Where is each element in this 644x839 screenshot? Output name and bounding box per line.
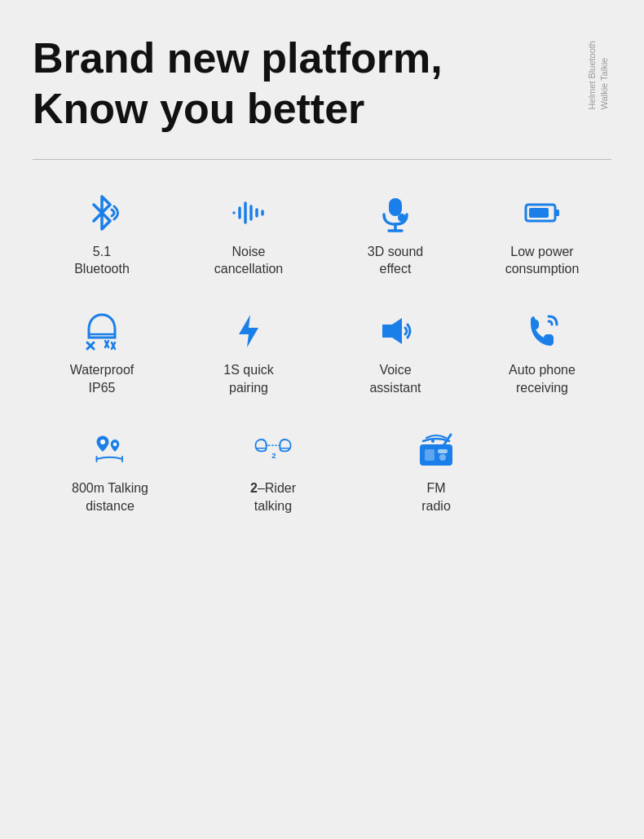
svg-point-30 (431, 439, 434, 443)
feature-bluetooth-label: 5.1Bluetooth (74, 243, 130, 278)
svg-rect-26 (425, 449, 434, 461)
feature-fm-radio: FMradio (359, 429, 514, 514)
feature-low-power: Low powerconsumption (473, 192, 611, 278)
bluetooth-icon (77, 192, 126, 233)
phone-icon (518, 311, 567, 351)
lightning-icon (224, 311, 273, 351)
vertical-label-line2: Walkie Talkie (600, 58, 610, 110)
svg-marker-23 (278, 444, 280, 448)
feature-noise-cancellation: Noisecancellation (179, 192, 318, 278)
feature-waterproof-label: WaterproofIP65 (70, 361, 135, 396)
feature-noise-label: Noisecancellation (214, 243, 284, 278)
header-section: Helmet Bluetooth Walkie Talkie Brand new… (33, 33, 611, 135)
feature-waterproof: WaterproofIP65 (33, 311, 171, 396)
section-divider (33, 159, 611, 160)
svg-rect-6 (389, 198, 402, 216)
svg-point-17 (100, 439, 105, 444)
feature-rider-talking: 2 2–Ridertalking (196, 429, 351, 514)
battery-icon (518, 192, 567, 233)
feature-auto-phone-label: Auto phonereceiving (509, 361, 576, 396)
svg-marker-22 (267, 444, 268, 448)
feature-quick-pairing: 1S quickpairing (179, 311, 318, 396)
features-grid-row1: 5.1Bluetooth Noisecancellation (33, 192, 611, 278)
svg-marker-16 (382, 318, 402, 344)
features-grid-row2: WaterproofIP65 1S quickpairing (33, 311, 611, 396)
feature-voice-assistant: Voiceassistant (326, 311, 465, 396)
feature-bluetooth: 5.1Bluetooth (33, 192, 171, 278)
feature-3d-label: 3D soundeffect (368, 243, 424, 278)
feature-talking-distance: 800m Talkingdistance (33, 429, 187, 514)
feature-talking-distance-label: 800m Talkingdistance (72, 479, 148, 514)
vertical-label: Helmet Bluetooth Walkie Talkie (586, 41, 611, 109)
feature-low-power-label: Low powerconsumption (505, 243, 580, 278)
main-title: Brand new platform, Know you better (33, 33, 538, 135)
svg-rect-12 (529, 208, 549, 218)
location-icon (86, 429, 135, 470)
svg-marker-15 (239, 315, 258, 347)
feature-voice-label: Voiceassistant (369, 361, 421, 396)
vertical-label-line1: Helmet Bluetooth (587, 41, 597, 109)
feature-3d-sound: 3D soundeffect (326, 192, 465, 278)
waveform-icon (224, 192, 273, 233)
riders-icon: 2 (249, 429, 298, 470)
feature-fm-radio-label: FMradio (421, 479, 451, 514)
svg-rect-11 (555, 210, 559, 216)
svg-point-28 (439, 454, 446, 461)
feature-auto-phone: Auto phonereceiving (473, 311, 611, 396)
svg-point-9 (398, 214, 406, 222)
speaker-icon (371, 311, 420, 351)
svg-point-18 (113, 443, 117, 447)
page-wrapper: Helmet Bluetooth Walkie Talkie Brand new… (0, 0, 644, 839)
features-grid-row3: 800m Talkingdistance 2 (33, 429, 514, 514)
feature-rider-label: 2–Ridertalking (250, 479, 296, 514)
waterproof-icon (77, 311, 126, 351)
microphone-icon (371, 192, 420, 233)
svg-text:2: 2 (271, 451, 276, 460)
feature-quick-pairing-label: 1S quickpairing (223, 361, 273, 396)
radio-icon (412, 429, 461, 470)
svg-rect-27 (438, 449, 448, 453)
